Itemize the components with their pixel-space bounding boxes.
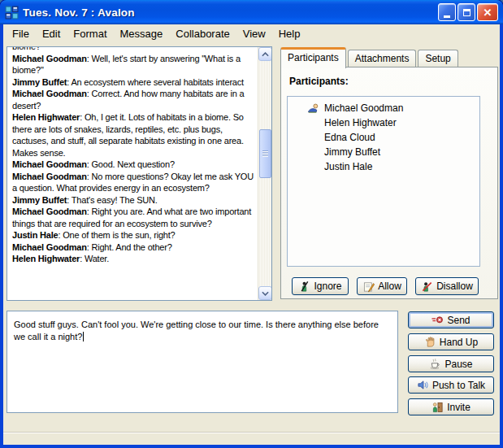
menu-item[interactable]: Format: [67, 26, 113, 41]
minimize-button[interactable]: [438, 3, 456, 21]
chevron-up-icon: [262, 52, 269, 57]
chat-message: Michael GoodmanWell, let's start by answ…: [12, 53, 255, 76]
allow-icon: [362, 281, 375, 293]
message-text: Water.: [85, 254, 109, 263]
push-to-talk-button[interactable]: Push to Talk: [408, 376, 494, 394]
door-person-icon: [431, 401, 444, 413]
message-author: Michael Goodman: [12, 242, 91, 252]
ignore-button[interactable]: Ignore: [292, 277, 349, 295]
transcript-scrollbar[interactable]: [258, 47, 271, 300]
allow-label: Allow: [378, 281, 401, 292]
allow-button[interactable]: Allow: [357, 277, 407, 295]
window-title: Tues. Nov. 7 : Avalon: [23, 7, 438, 19]
send-button[interactable]: Send: [408, 311, 494, 328]
menu-item[interactable]: Edit: [36, 26, 67, 41]
message-author: Helen Highwater: [12, 112, 85, 122]
right-panel-tabs: Participants Attachments Setup: [280, 49, 460, 67]
message-text: One of them is the sun, right?: [63, 230, 175, 240]
ignore-icon: [298, 281, 310, 293]
hand-up-label: Hand Up: [440, 337, 478, 348]
invite-button[interactable]: Invite: [408, 398, 494, 415]
message-author: Michael Goodman: [12, 89, 91, 98]
speaking-person-icon: [307, 102, 319, 115]
participant-name: Justin Hale: [324, 161, 372, 172]
chat-message: Helen HighwaterOh, I get it. Lots of hab…: [12, 111, 255, 159]
app-icon: [5, 6, 19, 20]
send-label: Send: [447, 315, 470, 326]
maximize-button[interactable]: [457, 3, 475, 21]
chat-message: Jimmy BuffetAn ecosystem where several h…: [12, 76, 255, 89]
app-window: Tues. Nov. 7 : Avalon ✕ File Edit Format…: [0, 0, 503, 448]
tab-participants[interactable]: Participants: [280, 47, 346, 68]
menu-item[interactable]: Help: [272, 26, 307, 41]
close-button[interactable]: ✕: [477, 3, 498, 21]
menu-item[interactable]: View: [236, 26, 272, 41]
text-cursor: [83, 332, 84, 341]
scroll-up-button[interactable]: [258, 47, 272, 61]
minimize-icon: [444, 15, 450, 18]
message-author: Michael Goodman: [12, 54, 91, 63]
message-author: Jimmy Buffet: [12, 195, 72, 205]
participant-row[interactable]: Jimmy Buffet: [288, 145, 479, 159]
thumb-grip-icon: [262, 150, 268, 157]
hand-icon: [424, 336, 436, 348]
participant-name: Edna Cloud: [324, 132, 375, 143]
message-author: Michael Goodman: [12, 172, 91, 181]
pause-label: Pause: [444, 359, 472, 370]
chat-message: Michael GoodmanGood. Next question?: [12, 159, 255, 171]
pause-button[interactable]: Pause: [408, 355, 494, 372]
message-author: Jimmy Buffet: [12, 77, 71, 87]
tab-setup[interactable]: Setup: [418, 50, 457, 67]
disallow-label: Disallow: [436, 281, 473, 292]
message-text: Good. Next question?: [91, 159, 174, 169]
maximize-icon: [463, 9, 470, 16]
message-text: An ecosystem where several habitats inte…: [71, 77, 244, 87]
titlebar[interactable]: Tues. Nov. 7 : Avalon ✕: [0, 0, 503, 24]
message-author: Helen Highwater: [12, 254, 85, 263]
status-bar: [3, 432, 500, 445]
message-author: Michael Goodman: [12, 159, 91, 169]
chat-message: Jimmy BuffetThat's easy! The SUN.: [12, 194, 255, 207]
disallow-icon: [421, 281, 433, 293]
chat-message: Michael GoodmanNo more questions? Okay l…: [12, 171, 255, 194]
hand-up-button[interactable]: Hand Up: [408, 333, 494, 350]
push-to-talk-label: Push to Talk: [432, 380, 485, 391]
disallow-button[interactable]: Disallow: [415, 277, 479, 295]
close-icon: ✕: [483, 7, 492, 18]
participant-row[interactable]: Helen Highwater: [288, 115, 479, 130]
chat-transcript[interactable]: biome? Michael GoodmanWell, let's start …: [7, 46, 272, 301]
menubar: File Edit Format Message Collaborate Vie…: [3, 24, 500, 42]
message-text: That's easy! The SUN.: [72, 195, 158, 205]
tab-attachments[interactable]: Attachments: [348, 50, 417, 67]
transcript-text: biome? Michael GoodmanWell, let's start …: [7, 47, 258, 300]
send-icon: [431, 314, 444, 326]
composer-text: Good stuff guys. Can't fool you. We're g…: [14, 320, 379, 341]
chat-message: Michael GoodmanRight you are. And what a…: [12, 206, 255, 229]
participant-row[interactable]: Edna Cloud: [288, 130, 479, 145]
coffee-cup-icon: [429, 358, 441, 370]
chevron-down-icon: [262, 291, 269, 296]
message-author: Michael Goodman: [12, 207, 91, 216]
window-body: File Edit Format Message Collaborate Vie…: [3, 24, 500, 445]
menu-item[interactable]: Message: [114, 26, 170, 41]
participant-name: Jimmy Buffet: [324, 146, 380, 158]
participant-row[interactable]: Michael Goodman: [288, 101, 479, 115]
scrollbar-thumb[interactable]: [259, 129, 271, 178]
participants-list[interactable]: Michael Goodman Helen Highwater: [287, 96, 480, 267]
scroll-down-button[interactable]: [258, 286, 272, 300]
participant-row[interactable]: Justin Hale: [288, 159, 479, 174]
chat-message: Michael GoodmanCorrect. And how many hab…: [12, 88, 255, 111]
menu-item[interactable]: Collaborate: [169, 26, 236, 41]
participant-name: Helen Highwater: [324, 117, 397, 128]
moderation-buttons: Ignore Allow: [281, 277, 497, 297]
menu-item[interactable]: File: [6, 26, 36, 41]
chat-message: Michael GoodmanRight. And the other?: [12, 241, 255, 254]
message-text: Right. And the other?: [91, 242, 171, 252]
message-input[interactable]: Good stuff guys. Can't fool you. We're g…: [7, 311, 398, 413]
chat-message: Helen HighwaterWater.: [12, 253, 255, 265]
invite-label: Invite: [447, 402, 470, 413]
participants-heading: Participants:: [289, 76, 349, 87]
ignore-label: Ignore: [314, 281, 341, 292]
chat-message: Justin HaleOne of them is the sun, right…: [12, 229, 255, 241]
participant-name: Michael Goodman: [324, 102, 403, 114]
